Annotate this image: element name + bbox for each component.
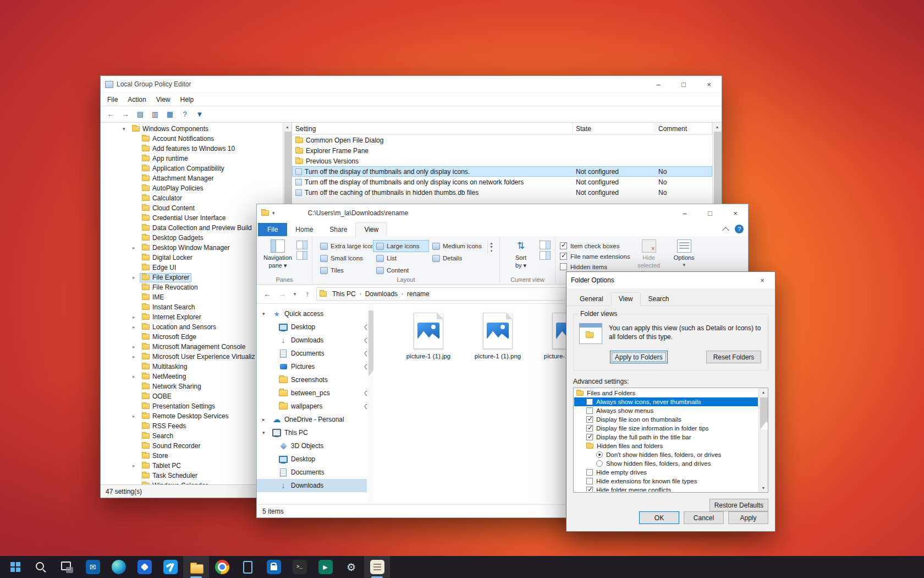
tree-item[interactable]: File Revocation: [101, 282, 283, 292]
dialog-tab[interactable]: Search: [641, 292, 677, 306]
menu-item[interactable]: Help: [176, 94, 199, 105]
expand-chevron-icon[interactable]: [262, 417, 269, 422]
expand-chevron-icon[interactable]: [262, 311, 269, 317]
breadcrumb-item[interactable]: This PC ›: [329, 290, 362, 298]
ribbon-checkbox[interactable]: Item check boxes: [560, 241, 630, 251]
advanced-setting-row[interactable]: Hidden files and folders: [574, 441, 758, 450]
tree-item-windows-components[interactable]: Windows Components: [101, 124, 283, 134]
sort-by-button[interactable]: ⇅ Sort by ▾: [504, 238, 537, 270]
quick-access-toolbar-arrow-icon[interactable]: ▾: [272, 210, 275, 216]
tree-item[interactable]: Cloud Content: [101, 203, 283, 213]
policy-row[interactable]: Turn off the caching of thumbnails in hi…: [292, 187, 712, 198]
recent-locations-button[interactable]: ▾: [291, 288, 299, 300]
expand-chevron-icon[interactable]: [133, 344, 140, 350]
menu-item[interactable]: File: [103, 94, 122, 105]
close-button[interactable]: ×: [696, 76, 722, 92]
vscode-app-button[interactable]: [157, 556, 183, 578]
up-button[interactable]: ↑: [301, 288, 314, 300]
policy-row[interactable]: Common Open File Dialog: [292, 135, 712, 145]
help-icon[interactable]: ?: [178, 108, 191, 121]
dialog-titlebar[interactable]: Folder Options ×: [566, 272, 775, 288]
media-app-button[interactable]: [312, 556, 338, 578]
tree-item[interactable]: AutoPlay Policies: [101, 183, 283, 193]
tree-item[interactable]: Desktop Window Manager: [101, 243, 283, 253]
dialog-tab[interactable]: General: [572, 292, 611, 306]
file-explorer-app-button[interactable]: [183, 556, 209, 578]
scroll-down-icon[interactable]: ▼: [759, 484, 768, 492]
expand-chevron-icon[interactable]: [133, 314, 140, 320]
sidebar-item[interactable]: Quick access: [257, 307, 373, 320]
task-view-button[interactable]: [54, 556, 80, 578]
close-button[interactable]: ×: [723, 204, 748, 222]
collapse-chevron-icon[interactable]: [123, 126, 130, 132]
tree-item[interactable]: Instant Search: [101, 302, 283, 312]
column-header[interactable]: Setting: [292, 123, 573, 134]
layout-option[interactable]: Small icons: [317, 252, 373, 264]
layout-option[interactable]: Details: [429, 252, 485, 264]
ok-button[interactable]: OK: [639, 511, 679, 524]
column-header[interactable]: State: [573, 123, 655, 134]
tree-item[interactable]: Network Sharing: [101, 381, 283, 391]
sidebar-scrollbar[interactable]: [367, 304, 373, 504]
close-button[interactable]: ×: [750, 272, 775, 288]
expand-chevron-icon[interactable]: [133, 463, 140, 468]
ribbon-tab[interactable]: File: [258, 223, 287, 236]
gpedit-app-button[interactable]: [364, 556, 390, 578]
maximize-button[interactable]: □: [697, 204, 723, 222]
tree-item[interactable]: Tablet PC: [101, 461, 283, 471]
policy-row[interactable]: Turn off the display of thumbnails and o…: [292, 166, 712, 177]
column-header[interactable]: Comment: [655, 123, 712, 134]
sidebar-item[interactable]: 3D Objects: [257, 439, 373, 452]
cancel-button[interactable]: Cancel: [684, 511, 724, 524]
sidebar-item[interactable]: Desktop: [257, 452, 373, 466]
tree-item[interactable]: Microsoft Management Console: [101, 342, 283, 352]
tree-item[interactable]: Windows Calendar: [101, 481, 283, 484]
layout-option[interactable]: List: [373, 252, 429, 264]
reset-folders-button[interactable]: Reset Folders: [706, 351, 761, 363]
sidebar-item[interactable]: This PC: [257, 426, 373, 439]
tree-item[interactable]: IME: [101, 292, 283, 302]
advanced-setting-row[interactable]: Display file size information in folder …: [574, 424, 758, 433]
sidebar-item[interactable]: between_pcs: [257, 386, 373, 400]
tree-item[interactable]: Store: [101, 451, 283, 461]
sidebar-item[interactable]: wallpapers: [257, 400, 373, 413]
tree-item[interactable]: Account Notifications: [101, 134, 283, 144]
phone-link-app-button[interactable]: [235, 556, 261, 578]
sidebar-item[interactable]: Documents: [257, 347, 373, 360]
expand-chevron-icon[interactable]: [262, 430, 269, 435]
layout-option[interactable]: Extra large icons: [317, 240, 373, 252]
advanced-setting-row[interactable]: Files and Folders: [574, 389, 758, 397]
advanced-setting-row[interactable]: Hide empty drives: [574, 468, 758, 477]
policy-row[interactable]: Turn off the display of thumbnails and o…: [292, 177, 712, 187]
options-button[interactable]: Options ▾: [668, 238, 701, 268]
collapse-ribbon-icon[interactable]: [722, 227, 729, 234]
advanced-setting-row[interactable]: Hide extensions for known file types: [574, 477, 758, 486]
chrome-app-button[interactable]: [209, 556, 235, 578]
tree-item[interactable]: Application Compatibility: [101, 163, 283, 173]
minimize-button[interactable]: –: [646, 76, 671, 92]
advanced-setting-row[interactable]: Display file icon on thumbnails: [574, 415, 758, 424]
ribbon-tab[interactable]: View: [355, 222, 387, 236]
expand-chevron-icon[interactable]: [133, 275, 140, 280]
menu-item[interactable]: Action: [123, 94, 150, 105]
settings-app-button[interactable]: [338, 556, 364, 578]
file-item[interactable]: picture-1 (1).jpg: [401, 313, 456, 361]
tree-item[interactable]: Multitasking: [101, 362, 283, 372]
properties-icon[interactable]: ▦: [163, 108, 177, 121]
expand-chevron-icon[interactable]: [133, 245, 140, 250]
policy-row[interactable]: Previous Versions: [292, 156, 712, 166]
restore-defaults-button[interactable]: Restore Defaults: [710, 499, 768, 511]
tree-item[interactable]: Credential User Interface: [101, 213, 283, 223]
forward-icon[interactable]: →: [119, 108, 132, 121]
navigation-pane-button[interactable]: Navigation pane ▾: [261, 238, 294, 270]
tree-item[interactable]: Presentation Settings: [101, 401, 283, 411]
tree-item[interactable]: Data Collection and Preview Build: [101, 223, 283, 233]
preview-pane-icon[interactable]: [296, 241, 307, 249]
start-button[interactable]: [2, 556, 28, 578]
menu-item[interactable]: View: [152, 94, 175, 105]
show-console-tree-icon[interactable]: ▤: [134, 108, 147, 121]
tree-item[interactable]: RSS Feeds: [101, 421, 283, 431]
maximize-button[interactable]: □: [671, 76, 696, 92]
search-button[interactable]: [28, 556, 54, 578]
tree-item[interactable]: Desktop Gadgets: [101, 233, 283, 243]
